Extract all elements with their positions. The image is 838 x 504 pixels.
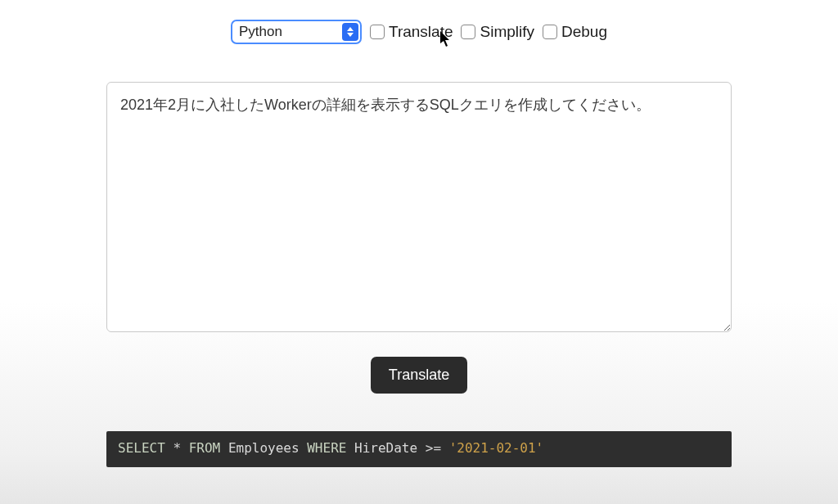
prompt-area [106, 82, 732, 335]
sql-token-star: * [173, 440, 181, 456]
checkbox-simplify[interactable]: Simplify [461, 23, 534, 41]
sql-token-kw: FROM [189, 440, 221, 456]
translate-button[interactable]: Translate [371, 357, 467, 394]
sql-token-ident: Employees [228, 440, 300, 456]
checkbox-translate-label: Translate [389, 23, 453, 41]
checkbox-box-icon [461, 25, 475, 39]
controls-row: Python Translate Simplify Debug [0, 0, 838, 47]
checkbox-translate[interactable]: Translate [370, 23, 453, 41]
sql-token-kw: WHERE [307, 440, 346, 456]
language-select[interactable]: Python [231, 20, 362, 44]
prompt-textarea[interactable] [106, 82, 732, 332]
action-row: Translate [0, 357, 838, 394]
checkbox-box-icon [370, 25, 385, 39]
sql-token-kw: SELECT [118, 440, 165, 456]
sql-token-op: >= [426, 440, 441, 456]
sql-result: SELECT * FROM Employees WHERE HireDate >… [106, 431, 732, 467]
checkbox-box-icon [543, 25, 557, 39]
language-select-value: Python [239, 24, 354, 40]
select-arrows-icon [342, 23, 358, 41]
checkbox-simplify-label: Simplify [480, 23, 534, 41]
checkbox-debug-label: Debug [561, 23, 607, 41]
sql-token-str: '2021-02-01' [449, 440, 544, 456]
checkbox-debug[interactable]: Debug [543, 23, 607, 41]
sql-token-ident: HireDate [354, 440, 417, 456]
